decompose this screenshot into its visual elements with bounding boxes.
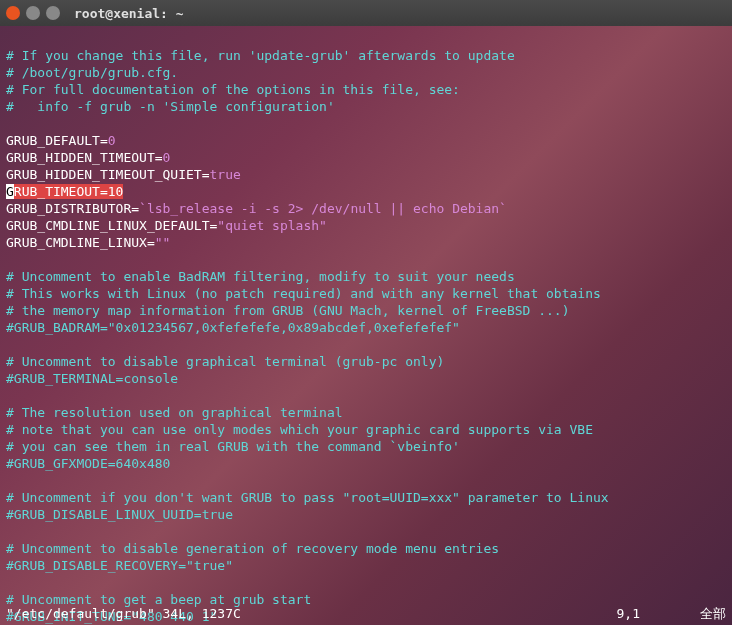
file-line: #GRUB_BADRAM="0x01234567,0xfefefefe,0x89… (6, 320, 460, 335)
file-line: # This works with Linux (no patch requir… (6, 286, 601, 301)
window-title: root@xenial: ~ (74, 6, 184, 21)
file-line: #GRUB_DISABLE_LINUX_UUID=true (6, 507, 233, 522)
status-mode: 全部 (700, 605, 726, 622)
terminal-window: root@xenial: ~ # If you change this file… (0, 0, 732, 625)
file-line: GRUB_HIDDEN_TIMEOUT_QUIET=true (6, 167, 241, 182)
file-line: # Uncomment to disable graphical termina… (6, 354, 444, 369)
file-line: #GRUB_DISABLE_RECOVERY="true" (6, 558, 233, 573)
file-line-cursor: GRUB_TIMEOUT=10 (6, 184, 123, 199)
file-line: GRUB_DISTRIBUTOR=`lsb_release -i -s 2> /… (6, 201, 507, 216)
file-line: # Uncomment to disable generation of rec… (6, 541, 499, 556)
file-line: #GRUB_TERMINAL=console (6, 371, 178, 386)
file-line: # For full documentation of the options … (6, 82, 460, 97)
file-line: # The resolution used on graphical termi… (6, 405, 343, 420)
file-line: # the memory map information from GRUB (… (6, 303, 570, 318)
file-line: # note that you can use only modes which… (6, 422, 593, 437)
status-file: "/etc/default/grub" 34L, 1237C (6, 605, 617, 622)
file-line: GRUB_CMDLINE_LINUX="" (6, 235, 170, 250)
file-line: # you can see them in real GRUB with the… (6, 439, 460, 454)
file-line: # Uncomment to enable BadRAM filtering, … (6, 269, 515, 284)
minimize-icon[interactable] (26, 6, 40, 20)
titlebar[interactable]: root@xenial: ~ (0, 0, 732, 26)
file-line: #GRUB_GFXMODE=640x480 (6, 456, 170, 471)
close-icon[interactable] (6, 6, 20, 20)
file-line: GRUB_DEFAULT=0 (6, 133, 116, 148)
file-line: # /boot/grub/grub.cfg. (6, 65, 178, 80)
file-line: GRUB_CMDLINE_LINUX_DEFAULT="quiet splash… (6, 218, 327, 233)
terminal-content[interactable]: # If you change this file, run 'update-g… (0, 26, 732, 625)
vim-statusline: "/etc/default/grub" 34L, 1237C 9,1 全部 (6, 605, 726, 622)
file-line: # info -f grub -n 'Simple configuration' (6, 99, 335, 114)
file-line: # If you change this file, run 'update-g… (6, 48, 515, 63)
file-line: GRUB_HIDDEN_TIMEOUT=0 (6, 150, 170, 165)
status-cursor-pos: 9,1 (617, 605, 640, 622)
file-line: # Uncomment if you don't want GRUB to pa… (6, 490, 609, 505)
maximize-icon[interactable] (46, 6, 60, 20)
